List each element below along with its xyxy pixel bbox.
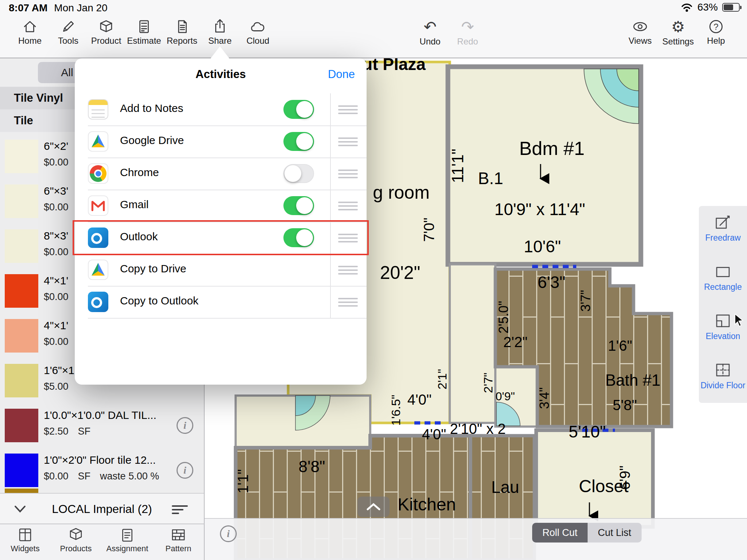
catalog-footer[interactable]: LOCAL Imperial (2)	[0, 493, 204, 524]
plan-info-icon[interactable]: i	[220, 525, 237, 542]
rectangle-icon	[714, 262, 732, 281]
tab-products[interactable]: Products	[50, 526, 101, 553]
chevron-up-icon	[365, 502, 382, 512]
notes-icon	[88, 99, 108, 120]
bottom-tabbar: Widgets Products Assignment Pattern	[0, 524, 205, 560]
activity-row-google-drive[interactable]: Google Drive	[75, 125, 367, 158]
activity-row-add-to-notes[interactable]: Add to Notes	[75, 93, 367, 125]
activity-row-outlook[interactable]: Outlook	[75, 222, 367, 254]
product-swatch	[5, 364, 38, 397]
clock: 8:07 AM	[9, 2, 47, 13]
divide-floor-icon	[714, 361, 732, 379]
toolbar-cloud[interactable]: Cloud	[231, 18, 285, 46]
product-item[interactable]: 1'0.0"×1'0.0" DAL TIL... $2.50SF i	[0, 403, 204, 448]
activity-row-gmail[interactable]: Gmail	[75, 190, 367, 222]
redo-icon: ↷	[461, 18, 474, 36]
drag-handle-icon[interactable]	[338, 170, 358, 178]
tool-divide-floor[interactable]: Divide Floor	[699, 361, 747, 390]
done-button[interactable]: Done	[328, 68, 355, 81]
freedraw-icon	[714, 213, 732, 232]
toolbar-redo[interactable]: ↷ Redo	[440, 18, 495, 47]
plan-label: ut Plaza	[362, 58, 426, 74]
plan-label: 1'1"	[235, 469, 251, 493]
plan-label: 3'4"	[537, 387, 552, 409]
mouse-cursor	[734, 314, 745, 328]
tab-widgets[interactable]: Widgets	[0, 526, 51, 553]
plan-label: 2'5.0"	[496, 301, 511, 334]
product-swatch	[5, 229, 38, 263]
product-swatch	[5, 274, 38, 308]
window-icon	[17, 526, 34, 543]
popover-arrow	[210, 46, 230, 59]
cut-mode-segmented: Roll Cut Cut List	[532, 523, 642, 542]
collapse-panel-button[interactable]	[357, 497, 390, 517]
cut-list-option[interactable]: Cut List	[588, 523, 642, 542]
svg-text:?: ?	[713, 22, 718, 32]
drag-handle-icon[interactable]	[338, 266, 358, 275]
plan-label: g room	[373, 182, 430, 203]
plan-label: 1'6.5"	[389, 395, 403, 426]
price: $0.00	[44, 336, 69, 347]
activity-row-copy-to-drive[interactable]: Copy to Drive	[75, 254, 367, 286]
plan-label: 2'10" x 2	[450, 421, 506, 437]
toggle-google-drive[interactable]	[283, 132, 314, 151]
toggle-outlook[interactable]	[283, 228, 314, 247]
plan-label: 1'6"	[608, 338, 632, 354]
outlook-icon	[88, 228, 108, 248]
clipboard-icon	[119, 526, 136, 543]
wifi-icon	[681, 2, 693, 12]
drag-handle-icon[interactable]	[338, 298, 358, 307]
activity-row-copy-to-outlook[interactable]: Copy to Outlook	[75, 286, 367, 318]
product-swatch	[5, 140, 38, 173]
battery-percent: 63%	[697, 1, 718, 13]
plan-label: 5'10"	[569, 422, 606, 441]
date: Mon Jan 20	[54, 2, 107, 13]
drag-handle-icon[interactable]	[338, 137, 358, 146]
toggle-add-to-notes[interactable]	[283, 100, 314, 119]
chrome-icon	[88, 163, 108, 184]
tab-pattern[interactable]: Pattern	[153, 526, 204, 553]
price: $0.00	[44, 291, 69, 302]
activity-row-chrome[interactable]: Chrome	[75, 158, 367, 190]
google-drive-icon	[88, 260, 108, 280]
popover-title: Activities	[75, 68, 367, 81]
plan-label: 4'0"	[422, 426, 446, 442]
bricks-icon	[170, 526, 187, 543]
product-item[interactable]: 1'0"×2'0" Floor tile 12... $0.00SFwaste …	[0, 448, 204, 493]
box-icon	[67, 526, 84, 543]
pencil-icon	[60, 18, 77, 35]
roll-cut-option[interactable]: Roll Cut	[532, 523, 588, 542]
info-icon[interactable]: i	[177, 417, 193, 434]
plan-label: 2'1"	[435, 369, 449, 389]
product-swatch	[5, 184, 38, 218]
plan-label: Kitchen	[398, 495, 456, 514]
toggle-gmail[interactable]	[283, 196, 314, 215]
price: $0.00	[44, 471, 69, 482]
tool-rectangle[interactable]: Rectangle	[699, 262, 747, 292]
battery-icon	[722, 3, 740, 12]
plan-label: 8'8"	[299, 458, 325, 475]
toggle-chrome[interactable]	[283, 164, 314, 183]
info-icon[interactable]: i	[177, 462, 193, 479]
partial-swatch	[5, 489, 38, 493]
price: $0.00	[44, 157, 69, 168]
document-icon	[174, 18, 190, 35]
drag-handle-icon[interactable]	[338, 202, 358, 210]
toolbar-help[interactable]: ? Help	[689, 18, 743, 46]
google-drive-icon	[88, 131, 108, 152]
plan-label: 2'7"	[481, 373, 495, 393]
price: $5.00	[44, 381, 69, 392]
sort-icon[interactable]	[172, 504, 188, 516]
drag-handle-icon[interactable]	[338, 234, 358, 242]
tool-freedraw[interactable]: Freedraw	[699, 213, 747, 243]
plan-label: 6'3"	[538, 273, 565, 292]
tab-assignment[interactable]: Assignment	[102, 526, 153, 553]
product-swatch	[5, 454, 38, 487]
plan-label: Bath #1	[605, 371, 661, 389]
calculator-icon	[136, 18, 152, 35]
drag-handle-icon[interactable]	[338, 105, 358, 114]
plan-label: 20'2"	[380, 262, 421, 283]
gmail-icon	[88, 195, 108, 216]
elevation-icon	[714, 312, 732, 330]
waste: waste 5.00 %	[100, 471, 159, 482]
